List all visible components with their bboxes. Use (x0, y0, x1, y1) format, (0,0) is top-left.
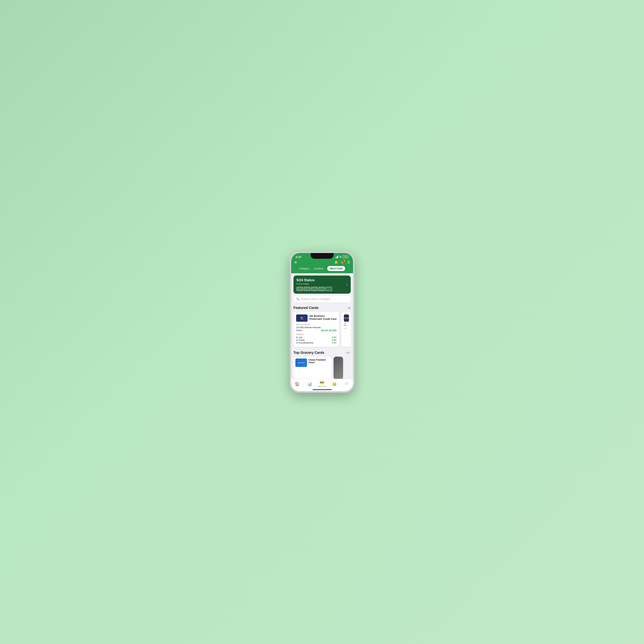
reward-lyft-name: 5x Lyft (296, 336, 302, 339)
header-nav: Category Location Next Card (294, 266, 350, 271)
freedom-flex-card-image: freedom flex (295, 359, 307, 367)
status-subtitle: 4 of 5 Cards (297, 283, 347, 285)
home-indicator (313, 389, 332, 390)
card-slot-5 (326, 287, 332, 291)
featured-section: Featured Cards All ink. VISA (291, 304, 353, 349)
rewards-label: Rewards (296, 333, 337, 335)
header: ⚙ 🔔 🎁 ☰ Category Location Next Card (291, 259, 353, 273)
nav-tab-stats[interactable]: 📊 (303, 382, 316, 386)
grocery-cards-row: freedom flex Chase Freedom Flex® (293, 357, 351, 380)
best-card-label: Best Card (318, 385, 326, 387)
nav-tab-tag[interactable]: 🏷 (341, 382, 353, 386)
status-card-chevron: › (347, 283, 348, 287)
featured-section-header: Featured Cards All (293, 306, 351, 310)
gift-icon-container[interactable]: 🎁 (341, 260, 345, 264)
card-slot-4 (318, 287, 325, 291)
venture-card-image: VENTURE (344, 314, 349, 322)
status-time: 2:37 (296, 255, 301, 259)
grocery-section-header: Top Grocery Cards All › (293, 351, 351, 355)
crown-icon: 👑 (332, 382, 337, 386)
search-icon: 🔍 (296, 297, 299, 301)
welcome-bonus-value: Worth $1,500 (321, 329, 337, 332)
ink-card-name: Ink Business Preferred® Credit Card (310, 314, 337, 321)
card-image-row: ink. VISA Ink Business Preferred® Credit… (296, 314, 337, 322)
reward-everything: 1x Everything Else 1.3% (296, 342, 337, 344)
grocery-all-link[interactable]: All › (346, 351, 351, 354)
venture-bonus-text: 150, (344, 323, 349, 325)
welcome-bonus-label: Welcome Bonus (296, 324, 337, 326)
nav-tab-home[interactable]: 🏠 (291, 382, 304, 386)
featured-card-ink[interactable]: ink. VISA Ink Business Preferred® Credit… (293, 312, 339, 347)
home-icon: 🏠 (295, 382, 300, 386)
grocery-card-freedom[interactable]: freedom flex Chase Freedom Flex® (293, 357, 332, 380)
nav-location[interactable]: Location (313, 267, 323, 270)
notification-badge (344, 260, 345, 261)
reward-lyft: 5x Lyft 6.3% (296, 336, 337, 339)
scroll-content: 5/24 Status 4 of 5 Cards › 🔍 Search Card… (291, 273, 353, 391)
nav-category[interactable]: Category (299, 267, 310, 270)
search-bar[interactable]: 🔍 Search Card or Category (293, 296, 351, 302)
reward-travel-name: 3x Travel (296, 339, 305, 341)
grocery-section: Top Grocery Cards All › freedom flex Cha… (291, 349, 353, 381)
venture-rewards-text: 2x E (344, 327, 349, 329)
reward-lyft-pct: 6.3% (332, 336, 336, 339)
reward-everything-pct: 1.3% (332, 342, 336, 344)
freedom-card-name: Chase Freedom Flex® (309, 359, 330, 364)
hamburger-menu-icon[interactable]: ☰ (347, 260, 350, 264)
card-slot-1 (297, 287, 303, 291)
featured-cards-row: ink. VISA Ink Business Preferred® Credit… (293, 312, 351, 348)
tag-icon: 🏷 (345, 382, 349, 386)
card-slot-2 (304, 287, 310, 291)
search-placeholder: Search Card or Category (301, 297, 331, 301)
bell-icon[interactable]: 🔔 (334, 260, 338, 264)
signal-icon (335, 256, 338, 258)
reward-travel-pct: 3.8% (332, 339, 336, 341)
featured-all-link[interactable]: All (348, 306, 351, 309)
venture-one-text: One (344, 325, 349, 326)
ink-card-image: ink. VISA (296, 314, 308, 322)
freedom-card-logo: freedom flex (298, 362, 305, 363)
welcome-bonus-text: 120,000 Ultimate Rewards Points (296, 326, 321, 332)
credit-card-icon: 💳 (320, 380, 324, 385)
settings-icon[interactable]: ⚙ (294, 260, 297, 264)
chart-icon: 📊 (307, 382, 312, 386)
nav-next-card[interactable]: Next Card (327, 266, 345, 271)
grocery-card-partial[interactable] (334, 357, 343, 380)
grocery-title: Top Grocery Cards (293, 351, 324, 355)
featured-card-venture[interactable]: VENTURE 150, One 2x E (341, 312, 351, 347)
reward-travel: 3x Travel 3.8% (296, 339, 337, 341)
status-icons: ⌘ 73% (335, 255, 348, 258)
grocery-card-inner: freedom flex Chase Freedom Flex® (293, 357, 332, 369)
status-title: 5/24 Status (297, 278, 347, 282)
nav-tab-best-card[interactable]: 💳 Best Card (316, 380, 328, 387)
header-icons: ⚙ 🔔 🎁 ☰ (294, 260, 350, 264)
nav-tab-crown[interactable]: 👑 (328, 382, 341, 386)
card-slots (297, 287, 347, 291)
featured-title: Featured Cards (293, 306, 319, 310)
status-card[interactable]: 5/24 Status 4 of 5 Cards › (293, 276, 351, 294)
status-card-info: 5/24 Status 4 of 5 Cards (297, 278, 347, 291)
reward-everything-name: 1x Everything Else (296, 342, 314, 344)
welcome-bonus-row: 120,000 Ultimate Rewards Points Worth $1… (296, 326, 337, 332)
wifi-icon: ⌘ (339, 256, 342, 258)
battery-icon: 73% (343, 255, 348, 258)
card-slot-3 (311, 287, 318, 291)
